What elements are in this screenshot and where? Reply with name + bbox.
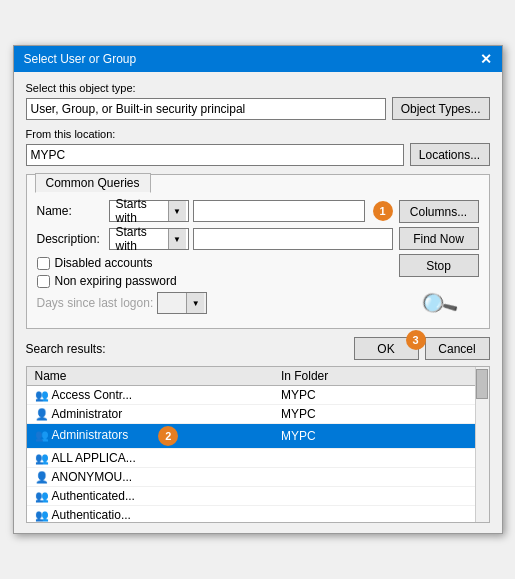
table-row[interactable]: 👥Access Contr...MYPC <box>27 386 475 405</box>
common-queries-tab[interactable]: Common Queries <box>35 173 151 193</box>
close-button[interactable]: ✕ <box>480 52 492 66</box>
name-dropdown-arrow: ▼ <box>168 201 186 221</box>
days-since-arrow: ▼ <box>186 293 204 313</box>
search-results-section: Search results: OK 3 Cancel <box>26 337 490 523</box>
select-user-dialog: Select User or Group ✕ Select this objec… <box>13 45 503 534</box>
cell-name: 👥ALL APPLICA... <box>27 449 273 468</box>
scrollbar-track[interactable] <box>475 367 489 522</box>
description-input[interactable] <box>193 228 393 250</box>
ok-button-label: OK <box>377 342 394 356</box>
name-dropdown-value: Starts with <box>112 197 168 225</box>
results-table-container: Name In Folder 👥Access Contr...MYPC👤Admi… <box>26 366 490 523</box>
user-icon: 👥 <box>35 490 49 502</box>
badge-3: 3 <box>406 330 426 350</box>
col-folder-header[interactable]: In Folder <box>273 367 475 386</box>
name-field-row: Name: Starts with ▼ 1 <box>37 200 393 222</box>
common-queries-groupbox: Common Queries Name: Starts with ▼ 1 <box>26 174 490 329</box>
results-body: 👥Access Contr...MYPC👤AdministratorMYPC👥A… <box>27 386 475 523</box>
object-type-input[interactable] <box>26 98 386 120</box>
days-since-label: Days since last logon: <box>37 296 154 310</box>
desc-dropdown-arrow: ▼ <box>168 229 186 249</box>
cell-folder: MYPC <box>273 405 475 424</box>
ok-button[interactable]: OK 3 <box>354 337 419 360</box>
cell-name: 👤Administrator <box>27 405 273 424</box>
cell-folder <box>273 487 475 506</box>
table-row[interactable]: 👥Administrators2MYPC <box>27 424 475 449</box>
columns-button[interactable]: Columns... <box>399 200 479 223</box>
locations-button[interactable]: Locations... <box>410 143 490 166</box>
name-label: Name: <box>37 204 105 218</box>
user-icon: 👥 <box>35 389 49 401</box>
name-starts-with-dropdown[interactable]: Starts with ▼ <box>109 200 189 222</box>
object-types-button[interactable]: Object Types... <box>392 97 490 120</box>
col-name-header[interactable]: Name <box>27 367 273 386</box>
right-buttons-panel: Columns... Find Now Stop 🔍 <box>399 200 479 320</box>
non-expiring-label: Non expiring password <box>55 274 177 288</box>
stop-button[interactable]: Stop <box>399 254 479 277</box>
days-since-row: Days since last logon: ▼ <box>37 292 393 314</box>
badge-1: 1 <box>373 201 393 221</box>
table-row[interactable]: 👥ALL APPLICA... <box>27 449 475 468</box>
table-row[interactable]: 👤ANONYMOU... <box>27 468 475 487</box>
groupbox-content: Name: Starts with ▼ 1 Description: <box>27 194 489 328</box>
cell-folder <box>273 468 475 487</box>
days-since-dropdown[interactable]: ▼ <box>157 292 207 314</box>
desc-dropdown-value: Starts with <box>112 225 168 253</box>
dialog-body: Select this object type: Object Types...… <box>14 72 502 533</box>
description-label: Description: <box>37 232 105 246</box>
table-row[interactable]: 👥Authenticatio... <box>27 506 475 523</box>
cell-folder <box>273 449 475 468</box>
results-table: Name In Folder 👥Access Contr...MYPC👤Admi… <box>27 367 475 522</box>
cell-folder: MYPC <box>273 424 475 449</box>
object-type-label: Select this object type: <box>26 82 490 94</box>
scrollbar-thumb[interactable] <box>476 369 488 399</box>
user-icon: 👥 <box>35 509 49 521</box>
cell-name: 👥Authenticated... <box>27 487 273 506</box>
object-type-row: Object Types... <box>26 97 490 120</box>
cancel-button[interactable]: Cancel <box>425 337 490 360</box>
find-now-button[interactable]: Find Now <box>399 227 479 250</box>
desc-starts-with-dropdown[interactable]: Starts with ▼ <box>109 228 189 250</box>
key-icon: 🔍 <box>417 283 460 326</box>
cell-folder <box>273 506 475 523</box>
dialog-title: Select User or Group <box>24 52 137 66</box>
cell-name: 👥Authenticatio... <box>27 506 273 523</box>
cell-name: 👥Administrators2 <box>27 424 273 449</box>
badge-2: 2 <box>158 426 178 446</box>
table-row[interactable]: 👤AdministratorMYPC <box>27 405 475 424</box>
disabled-accounts-row: Disabled accounts <box>37 256 393 270</box>
non-expiring-row: Non expiring password <box>37 274 393 288</box>
table-row[interactable]: 👥Authenticated... <box>27 487 475 506</box>
user-icon: 👥 <box>35 429 49 441</box>
cell-name: 👤ANONYMOU... <box>27 468 273 487</box>
location-row: Locations... <box>26 143 490 166</box>
description-field-row: Description: Starts with ▼ <box>37 228 393 250</box>
search-results-label: Search results: <box>26 342 106 356</box>
location-label: From this location: <box>26 128 490 140</box>
cell-folder: MYPC <box>273 386 475 405</box>
disabled-accounts-label: Disabled accounts <box>55 256 153 270</box>
disabled-accounts-checkbox[interactable] <box>37 257 50 270</box>
location-input[interactable] <box>26 144 404 166</box>
name-input[interactable] <box>193 200 365 222</box>
user-icon: 👤 <box>35 471 49 483</box>
user-icon: 👤 <box>35 408 49 420</box>
title-bar: Select User or Group ✕ <box>14 46 502 72</box>
cell-name: 👥Access Contr... <box>27 386 273 405</box>
user-icon: 👥 <box>35 452 49 464</box>
table-with-scroll: Name In Folder 👥Access Contr...MYPC👤Admi… <box>27 367 489 522</box>
non-expiring-checkbox[interactable] <box>37 275 50 288</box>
table-wrapper[interactable]: Name In Folder 👥Access Contr...MYPC👤Admi… <box>27 367 475 522</box>
